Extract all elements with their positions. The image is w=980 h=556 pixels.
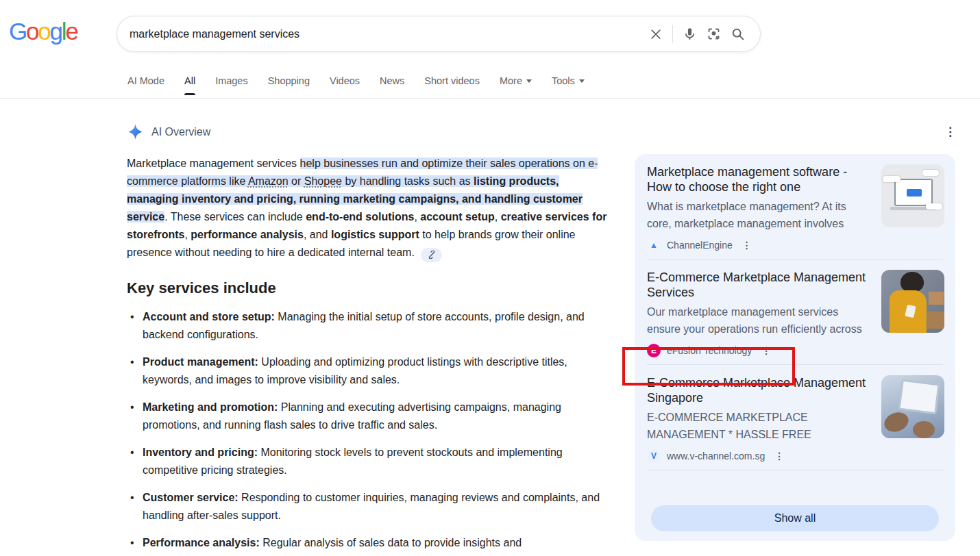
card-title[interactable]: E-Commerce Marketplace Management Singap… — [647, 375, 870, 405]
tab-item[interactable]: Shopping — [268, 75, 310, 95]
header-divider — [0, 98, 980, 99]
search-icon[interactable] — [731, 27, 745, 41]
ai-overview-label[interactable]: AI Overview — [151, 126, 210, 138]
logo-letter: g — [50, 18, 62, 45]
bullet-term: Inventory and pricing: — [143, 446, 258, 458]
source-card[interactable]: Marketplace management software - How to… — [635, 154, 955, 260]
card-title[interactable]: Marketplace management software - How to… — [647, 164, 870, 194]
ai-overview-header: AI Overview ⋮ — [127, 123, 956, 140]
search-bar[interactable] — [117, 16, 761, 52]
link-icon — [428, 251, 436, 259]
ai-overview-body: Marketplace management services help bus… — [127, 155, 610, 556]
tab-label: Short videos — [424, 75, 480, 86]
card-menu-icon[interactable]: ⋮ — [761, 345, 771, 356]
ai-overview-paragraph: Marketplace management services help bus… — [127, 155, 610, 262]
tab-label: News — [380, 75, 404, 86]
tab-label: All — [184, 75, 195, 86]
card-menu-icon[interactable]: ⋮ — [774, 451, 784, 462]
card-source-row[interactable]: E eFusion Technology ⋮ — [647, 344, 870, 357]
list-item: Customer service: Responding to customer… — [127, 489, 610, 525]
source-favicon: E — [647, 344, 661, 357]
key-services-list: Account and store setup: Managing the in… — [127, 308, 610, 552]
card-title[interactable]: E-Commerce Marketplace Management Servic… — [647, 270, 870, 300]
tab-label: Videos — [330, 75, 360, 86]
tab-item[interactable]: Tools — [552, 75, 585, 95]
search-input[interactable] — [117, 28, 649, 40]
chevron-down-icon — [579, 79, 585, 83]
result-tabs: AI Mode All Images Shopping Videos News … — [127, 75, 585, 95]
card-thumbnail[interactable] — [881, 164, 944, 227]
tab-item[interactable]: All — [184, 75, 195, 95]
card-thumbnail[interactable] — [881, 270, 944, 333]
citation-chip[interactable] — [421, 248, 442, 262]
tab-item[interactable]: Short videos — [424, 75, 480, 95]
tab-label: Tools — [552, 75, 575, 86]
card-snippet: E-COMMERCE MARKETPLACE MANAGEMENT * HASS… — [647, 409, 870, 443]
source-favicon: V — [647, 449, 661, 463]
paragraph-segment: account setup — [420, 211, 494, 223]
list-item: Marketing and promotion: Planning and ex… — [127, 399, 610, 434]
source-card[interactable]: E-Commerce Marketplace Management Singap… — [635, 365, 955, 470]
clear-icon[interactable] — [649, 27, 663, 41]
source-cards-panel: Marketplace management software - How to… — [635, 154, 955, 541]
bullet-term: Account and store setup: — [143, 311, 275, 323]
paragraph-segment: performance analysis — [191, 229, 304, 240]
source-name: ChannelEngine — [667, 240, 733, 251]
overflow-menu-icon[interactable]: ⋮ — [944, 126, 956, 138]
search-divider — [672, 25, 673, 43]
tab-label: Images — [215, 75, 248, 86]
paragraph-segment: . These services can include — [164, 211, 306, 223]
bullet-term: Performance analysis: — [143, 537, 260, 548]
list-item: Inventory and pricing: Monitoring stock … — [127, 444, 610, 479]
paragraph-segment: or — [289, 175, 304, 187]
paragraph-segment: end-to-end solutions — [306, 211, 414, 223]
paragraph-segment: by handling tasks such as — [342, 175, 474, 187]
paragraph-segment: , and — [304, 229, 331, 240]
google-results-page: Google AI M — [0, 0, 980, 556]
card-source-row[interactable]: V www.v-channel.com.sg ⋮ — [647, 449, 870, 463]
card-menu-icon[interactable]: ⋮ — [742, 240, 752, 251]
list-item: Account and store setup: Managing the in… — [127, 308, 610, 344]
source-favicon: ▲ — [647, 238, 661, 252]
paragraph-segment: , — [414, 211, 420, 223]
list-item: Performance analysis: Regular analysis o… — [127, 534, 610, 552]
source-card[interactable]: E-Commerce Marketplace Management Servic… — [635, 260, 955, 365]
logo-letter: o — [38, 18, 49, 45]
logo-letter: o — [26, 18, 38, 45]
bullet-term: Customer service: — [143, 492, 238, 503]
source-name: www.v-channel.com.sg — [667, 451, 765, 462]
show-all-area: Show all — [635, 496, 955, 541]
paragraph-segment: , — [184, 229, 191, 240]
card-thumbnail[interactable] — [881, 375, 944, 438]
card-source-row[interactable]: ▲ ChannelEngine ⋮ — [647, 238, 870, 252]
google-logo[interactable]: Google — [9, 18, 77, 45]
tab-label: More — [500, 75, 522, 86]
mic-icon[interactable] — [683, 27, 697, 41]
key-services-heading: Key services include — [127, 279, 610, 297]
ai-sparkle-icon — [127, 123, 144, 140]
paragraph-segment: , — [495, 211, 501, 223]
tab-label: Shopping — [268, 75, 310, 86]
lens-icon[interactable] — [707, 27, 721, 41]
logo-letter: G — [9, 18, 26, 45]
paragraph-segment: Shopee — [304, 175, 342, 187]
card-snippet: What is marketplace management? At its c… — [647, 198, 870, 232]
bullet-term: Marketing and promotion: — [143, 401, 278, 413]
paragraph-segment: logistics support — [331, 229, 419, 240]
card-snippet: Our marketplace management services ensu… — [647, 303, 870, 338]
tab-item[interactable]: News — [380, 75, 404, 95]
tab-item[interactable]: More — [500, 75, 532, 95]
tab-item[interactable]: Videos — [330, 75, 360, 95]
list-item: Product management: Uploading and optimi… — [127, 353, 610, 389]
tab-item[interactable]: AI Mode — [127, 75, 164, 95]
paragraph-segment: Marketplace management services — [127, 157, 300, 169]
tab-label: AI Mode — [127, 75, 164, 86]
chevron-down-icon — [526, 79, 532, 83]
paragraph-segment: Amazon — [248, 175, 289, 187]
show-all-button[interactable]: Show all — [651, 505, 939, 531]
logo-letter: e — [65, 18, 77, 45]
tab-item[interactable]: Images — [215, 75, 248, 95]
bullet-desc: Regular analysis of sales data to provid… — [260, 537, 522, 548]
source-name: eFusion Technology — [667, 345, 752, 356]
bullet-term: Product management: — [143, 356, 258, 368]
